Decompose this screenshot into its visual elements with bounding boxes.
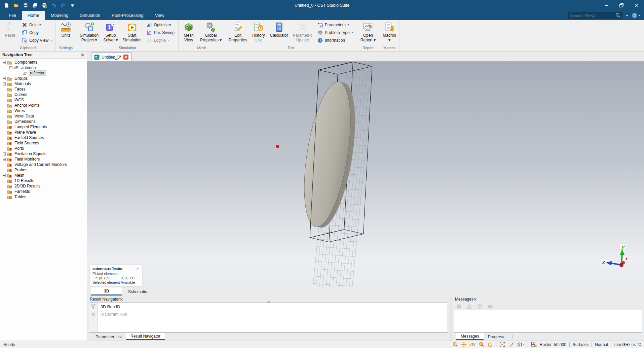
spin-view-icon[interactable] (487, 342, 493, 347)
messages-tab-progress[interactable]: Progress (484, 334, 508, 340)
bottom-tab-result-navigator[interactable]: Result Navigator (126, 333, 165, 340)
tree-item-wcs[interactable]: WCS (0, 97, 87, 103)
print-preview-icon[interactable] (40, 1, 48, 9)
tab-file[interactable]: File (3, 11, 22, 20)
clear-errors-icon[interactable] (456, 304, 461, 309)
search-input[interactable] (570, 13, 615, 18)
collapse-icon[interactable] (3, 61, 6, 64)
tree-item-components[interactable]: Components (0, 60, 87, 65)
document-tab[interactable]: Untitled_0* ✕ (91, 53, 131, 61)
tree-item-lumped-elements[interactable]: Lumped Elements (0, 124, 87, 130)
tree-item-farfields[interactable]: Farfields (0, 189, 87, 194)
tree-item-groups[interactable]: Groups (0, 76, 87, 81)
global-properties-button[interactable]: GlobalProperties ▾ (198, 20, 224, 45)
close-icon[interactable]: ✕ (473, 297, 477, 302)
open-report-button[interactable]: OpenReport ▾ (358, 20, 378, 45)
tree-item-voltage-and-current-monitors[interactable]: Voltage and Current Monitors (0, 162, 87, 167)
tree-item-farfield-sources[interactable]: Farfield Sources (0, 135, 87, 140)
information-messages-icon[interactable] (477, 304, 482, 309)
fit-view-icon[interactable] (499, 342, 505, 347)
pick-point[interactable] (276, 145, 279, 148)
edit-properties-button[interactable]: EditProperties (226, 20, 250, 45)
new-document-icon[interactable] (2, 1, 11, 9)
tree-item-materials[interactable]: Materials (0, 81, 87, 86)
tab-home[interactable]: Home (22, 11, 45, 20)
tree-item-1d-results[interactable]: 1D Results (0, 178, 87, 183)
simulation-project-button[interactable]: SimulationProject ▾ (77, 20, 101, 45)
parameters-button[interactable]: aParameters▾ (316, 21, 354, 28)
chevron-down-icon[interactable] (266, 301, 270, 303)
problem-type-button[interactable]: Problem Type▾ (316, 29, 354, 36)
save-project-icon[interactable] (21, 1, 30, 9)
copy-screenshot-icon[interactable] (31, 1, 39, 9)
bottom-tab-parameter-list[interactable]: Parameter List (91, 334, 126, 340)
tree-item-antenna[interactable]: antenna (0, 65, 87, 70)
close-icon[interactable]: ✕ (81, 53, 84, 57)
tree-item-tables[interactable]: Tables (0, 194, 87, 200)
run-id-item[interactable]: 0: Current Run (98, 311, 448, 317)
run-id-header[interactable]: 3D Run ID (98, 303, 448, 311)
filter-list-icon[interactable] (488, 304, 493, 309)
tree-item-voxel-data[interactable]: Voxel Data (0, 113, 87, 119)
qat-caret-icon[interactable] (68, 1, 77, 9)
tree-item-ports[interactable]: Ports (0, 146, 87, 151)
status-units[interactable]: mm GHz ns °C (614, 342, 641, 347)
draw-tool-icon[interactable] (508, 342, 514, 347)
macros-button[interactable]: Macros▾ (380, 20, 399, 45)
open-project-icon[interactable] (12, 1, 20, 9)
restore-button[interactable] (614, 1, 629, 10)
expand-icon[interactable] (3, 82, 6, 85)
tree-item-probes[interactable]: Probes (0, 167, 87, 173)
tab-post-processing[interactable]: Post-Processing (106, 11, 149, 20)
view-tab-3d[interactable]: 3D (91, 287, 122, 295)
information-button[interactable]: Information (316, 37, 354, 44)
tab-view[interactable]: View (149, 11, 170, 20)
history-list-button[interactable]: HistoryList (250, 20, 268, 45)
tab-modeling[interactable]: Modeling (45, 11, 74, 20)
tree-item-wires[interactable]: Wires (0, 108, 87, 113)
help-icon[interactable]: ? (632, 13, 641, 18)
units-button[interactable]: Units (57, 20, 75, 45)
search-icon[interactable] (615, 13, 620, 18)
redo-icon[interactable] (59, 1, 67, 9)
tree-item-anchor-points[interactable]: Anchor Points (0, 103, 87, 108)
collapse-icon[interactable] (9, 66, 12, 69)
add-report-icon[interactable] (531, 342, 537, 347)
mesh-view-button[interactable]: MeshView (180, 20, 198, 45)
tree-item-field-sources[interactable]: Field Sources (0, 140, 87, 146)
status-view-mode[interactable]: Normal (595, 342, 608, 347)
zoom-range-icon[interactable] (479, 342, 484, 347)
copy-view-button[interactable]: Copy View▾ (21, 37, 53, 44)
collapse-info-icon[interactable] (136, 268, 140, 270)
tab-simulation[interactable]: Simulation (74, 11, 106, 20)
expand-icon[interactable] (3, 158, 6, 161)
close-tab-icon[interactable]: ✕ (123, 55, 128, 60)
tree-item-reflector[interactable]: reflector (0, 70, 87, 76)
start-simulation-button[interactable]: StartSimulation (120, 20, 144, 45)
optimizer-button[interactable]: Optimizer (145, 21, 176, 28)
par-sweep-button[interactable]: Par. Sweep (145, 29, 176, 36)
expand-icon[interactable] (3, 152, 6, 155)
pin-icon[interactable] (91, 312, 96, 317)
tree-item-dimensions[interactable]: Dimensions (0, 119, 87, 124)
search-box[interactable] (568, 12, 622, 19)
expand-icon[interactable] (3, 77, 6, 80)
close-button[interactable] (629, 1, 644, 10)
expand-icon[interactable] (3, 174, 6, 177)
undo-icon[interactable] (49, 1, 58, 9)
calculator-button[interactable]: Calculator (268, 20, 291, 45)
tree-item-faces[interactable]: Faces (0, 86, 87, 92)
warnings-icon[interactable] (467, 304, 472, 309)
copy-button[interactable]: Copy (21, 29, 53, 36)
tree-item-field-monitors[interactable]: Field Monitors (0, 156, 87, 162)
tree-item-curves[interactable]: Curves (0, 92, 87, 97)
tree-item-plane-wave[interactable]: Plane Wave (0, 130, 87, 135)
viewport-3d[interactable]: y z x antenna:reflector Picked elements (87, 62, 644, 287)
status-surfaces[interactable]: Surfaces (573, 342, 589, 347)
delete-button[interactable]: Delete (21, 21, 53, 28)
panel-splitter[interactable] (450, 296, 452, 341)
bounding-box-icon[interactable]: ▾ (517, 342, 525, 347)
tree-item-mesh[interactable]: Mesh (0, 173, 87, 178)
setup-solver-button[interactable]: SetupSolver ▾ (101, 20, 120, 45)
close-icon[interactable]: ✕ (120, 297, 123, 302)
